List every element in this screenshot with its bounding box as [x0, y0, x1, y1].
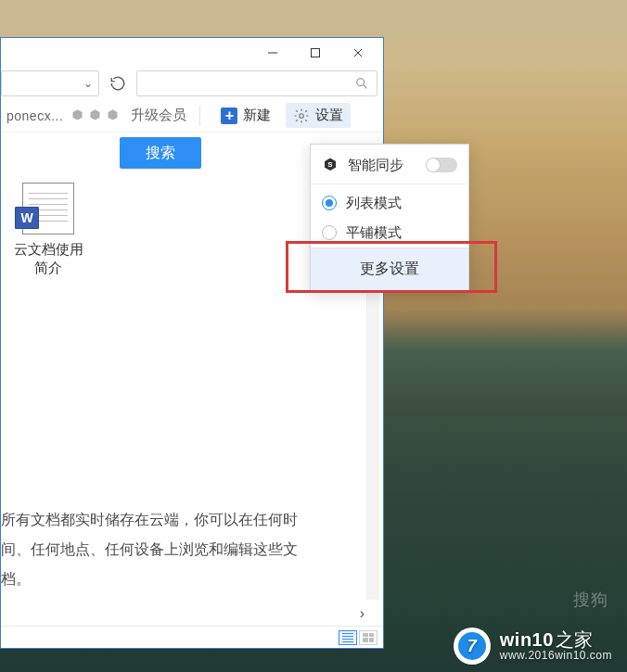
settings-label: 设置 [315, 107, 343, 124]
chevron-down-icon: ⌄ [83, 77, 93, 90]
search-input[interactable] [136, 70, 377, 96]
svg-rect-0 [312, 49, 320, 57]
app-window: ⌄ ponecx... 升级会员 + 新建 [0, 37, 384, 649]
hexagon-icon [88, 108, 102, 122]
close-button[interactable] [337, 40, 379, 66]
path-selector[interactable]: ⌄ [1, 70, 99, 96]
plus-icon: + [221, 108, 237, 124]
description-text: 所有文档都实时储存在云端，你可以在任何时间、任何地点、任何设备上浏览和编辑这些文… [1, 505, 316, 594]
toolbar: ponecx... 升级会员 + 新建 设置 [1, 99, 383, 133]
smart-sync-row[interactable]: S 智能同步 [311, 150, 468, 180]
watermark-sub: www.2016win10.com [500, 650, 612, 662]
status-bar [1, 626, 383, 648]
svg-point-1 [357, 79, 365, 86]
watermark-zh: 之家 [556, 629, 593, 650]
watermark-badge: 7 [454, 628, 491, 665]
settings-button[interactable]: 设置 [286, 103, 351, 128]
document-item[interactable]: W 云文档使用 简介 [6, 183, 90, 278]
hexagon-icon [106, 108, 120, 122]
truncated-text: ponecx... [6, 108, 63, 123]
smart-sync-toggle[interactable] [426, 158, 457, 172]
hexagon-icon [70, 108, 84, 122]
radio-unselected-icon [322, 225, 337, 240]
grid-view-toggle[interactable] [359, 630, 377, 645]
titlebar [1, 38, 383, 68]
settings-dropdown: S 智能同步 列表模式 平铺模式 更多设置 [310, 144, 469, 291]
search-icon [354, 76, 369, 91]
svg-point-2 [300, 113, 304, 118]
radio-selected-icon [322, 196, 337, 210]
watermark-main: win10 [500, 629, 554, 650]
address-row: ⌄ [1, 68, 383, 99]
tile-mode-option[interactable]: 平铺模式 [311, 218, 468, 247]
gear-icon [293, 108, 310, 124]
upgrade-link[interactable]: 升级会员 [131, 107, 186, 124]
separator [199, 106, 200, 126]
list-mode-option[interactable]: 列表模式 [311, 188, 468, 218]
search-button[interactable]: 搜索 [120, 137, 201, 169]
svg-text:S: S [327, 160, 332, 169]
tile-mode-label: 平铺模式 [346, 224, 402, 242]
word-doc-icon: W [22, 183, 74, 235]
smart-sync-label: 智能同步 [348, 157, 403, 174]
scroll-right-arrow[interactable]: › [360, 605, 365, 622]
watermark: 7 win10 之家 www.2016win10.com [454, 628, 612, 665]
maximize-button[interactable] [294, 40, 337, 66]
refresh-button[interactable] [105, 70, 131, 96]
separator [311, 184, 468, 184]
new-button[interactable]: + 新建 [213, 103, 278, 128]
badge-icons [70, 108, 120, 122]
hexagon-icon: S [322, 157, 339, 173]
doc-label: 云文档使用 简介 [6, 240, 90, 278]
list-view-toggle[interactable] [339, 630, 357, 645]
new-label: 新建 [243, 107, 271, 124]
ghost-watermark: 搜狗 [573, 589, 608, 611]
minimize-button[interactable] [251, 40, 294, 66]
list-mode-label: 列表模式 [346, 195, 402, 212]
more-settings-button[interactable]: 更多设置 [311, 247, 468, 290]
